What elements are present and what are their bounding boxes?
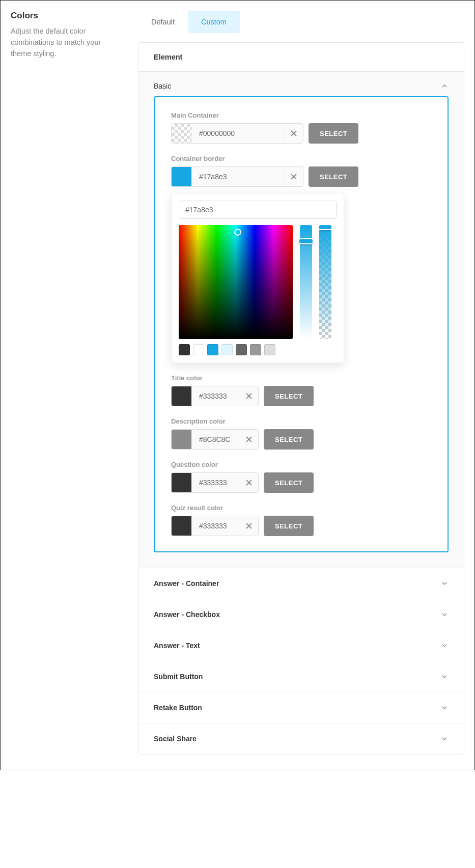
- title-color-label: Title color: [171, 374, 431, 382]
- accordion-label: Answer - Checkbox: [154, 610, 220, 619]
- accordion-label: Submit Button: [154, 673, 203, 681]
- question-color-select[interactable]: SELECT: [264, 472, 314, 493]
- chevron-down-icon: [440, 610, 449, 619]
- tab-default[interactable]: Default: [138, 11, 188, 33]
- chevron-down-icon: [440, 735, 449, 743]
- main-container-label: Main Container: [171, 111, 431, 119]
- color-picker: [171, 193, 344, 363]
- main-container-select[interactable]: SELECT: [309, 123, 358, 144]
- picker-lightness-thumb[interactable]: [298, 238, 314, 244]
- accordion-label: Social Share: [154, 735, 197, 743]
- close-icon: [246, 480, 252, 486]
- preset-swatch[interactable]: [193, 344, 204, 355]
- preset-swatch[interactable]: [179, 344, 190, 355]
- accordion-submit-button[interactable]: Submit Button: [138, 661, 464, 692]
- preset-swatch[interactable]: [221, 344, 233, 355]
- accordion-retake-button[interactable]: Retake Button: [138, 692, 464, 723]
- chevron-up-icon: [440, 82, 449, 90]
- accordion-social-share[interactable]: Social Share: [138, 723, 464, 754]
- container-border-label: Container border: [171, 155, 431, 162]
- picker-alpha-thumb[interactable]: [319, 225, 331, 230]
- picker-presets: [179, 344, 337, 355]
- preset-swatch[interactable]: [236, 344, 247, 355]
- chevron-down-icon: [440, 673, 449, 681]
- preset-swatch[interactable]: [264, 344, 275, 355]
- close-icon: [291, 174, 297, 180]
- picker-hex-input[interactable]: [179, 201, 337, 219]
- title-color-select[interactable]: SELECT: [264, 386, 314, 406]
- tab-custom[interactable]: Custom: [188, 11, 240, 33]
- quiz-result-color-select[interactable]: SELECT: [264, 516, 314, 536]
- panel-header: Element: [138, 43, 464, 72]
- main-container-clear[interactable]: [284, 124, 303, 143]
- accordion-label: Answer - Container: [154, 579, 219, 587]
- preset-swatch[interactable]: [207, 344, 218, 355]
- question-color-label: Question color: [171, 461, 431, 468]
- quiz-result-color-input[interactable]: [192, 516, 239, 536]
- close-icon: [291, 130, 297, 136]
- title-color-swatch[interactable]: [172, 386, 192, 406]
- picker-alpha-slider[interactable]: [319, 225, 331, 339]
- accordion-basic-label: Basic: [154, 82, 171, 90]
- quiz-result-color-swatch[interactable]: [172, 516, 192, 536]
- accordion-answer-checkbox[interactable]: Answer - Checkbox: [138, 599, 464, 630]
- section-description: Adjust the default color combinations to…: [11, 26, 123, 59]
- main-container-swatch[interactable]: [172, 124, 192, 143]
- container-border-swatch[interactable]: [172, 167, 192, 186]
- close-icon: [246, 523, 252, 529]
- tabs: Default Custom: [138, 11, 464, 33]
- accordion-answer-text[interactable]: Answer - Text: [138, 630, 464, 661]
- close-icon: [246, 393, 252, 399]
- description-color-clear[interactable]: [239, 430, 258, 449]
- section-title: Colors: [11, 11, 123, 21]
- chevron-down-icon: [440, 579, 449, 587]
- preset-swatch[interactable]: [250, 344, 261, 355]
- container-border-clear[interactable]: [284, 167, 303, 186]
- picker-lightness-slider[interactable]: [300, 225, 312, 339]
- chevron-down-icon: [440, 641, 449, 650]
- question-color-clear[interactable]: [239, 473, 258, 492]
- description-color-select[interactable]: SELECT: [264, 429, 314, 450]
- description-color-swatch[interactable]: [172, 430, 192, 449]
- quiz-result-color-clear[interactable]: [239, 516, 258, 536]
- question-color-input[interactable]: [192, 473, 239, 492]
- quiz-result-color-label: Quiz result color: [171, 504, 431, 512]
- description-color-label: Description color: [171, 417, 431, 425]
- picker-sv-area[interactable]: [179, 225, 293, 339]
- title-color-input[interactable]: [192, 386, 239, 406]
- title-color-clear[interactable]: [239, 386, 258, 406]
- container-border-input[interactable]: [192, 167, 284, 186]
- accordion-label: Answer - Text: [154, 641, 200, 650]
- accordion-label: Retake Button: [154, 704, 202, 712]
- accordion-basic[interactable]: Basic: [138, 72, 464, 96]
- description-color-input[interactable]: [192, 430, 239, 449]
- close-icon: [246, 436, 252, 442]
- main-container-input[interactable]: [192, 124, 284, 143]
- accordion-answer-container[interactable]: Answer - Container: [138, 568, 464, 599]
- chevron-down-icon: [440, 704, 449, 712]
- container-border-select[interactable]: SELECT: [309, 166, 358, 187]
- picker-sv-cursor[interactable]: [234, 229, 241, 236]
- question-color-swatch[interactable]: [172, 473, 192, 492]
